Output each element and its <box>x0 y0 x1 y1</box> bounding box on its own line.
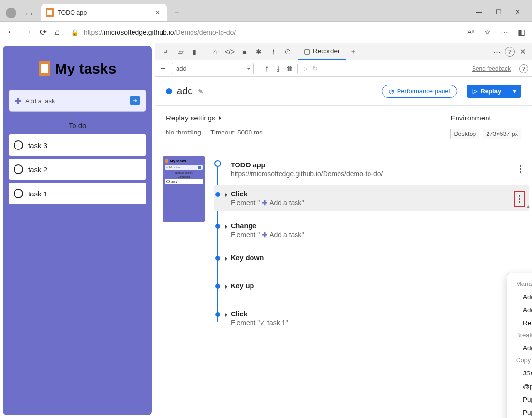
refresh-button[interactable]: ⟳ <box>40 27 47 38</box>
replay-settings-toggle[interactable]: Replay settings <box>166 114 263 122</box>
play-button[interactable]: ▷ <box>303 65 308 72</box>
camera-icon: ▢ <box>304 47 310 55</box>
recording-settings: Replay settings No throttling | Timeout:… <box>155 106 532 149</box>
export-button[interactable]: ⭳ <box>275 65 281 72</box>
sources-tab-icon[interactable]: ✱ <box>252 45 265 58</box>
browser-toolbar: ← → ⟳ ⌂ 🔒 https://microsoftedge.github.i… <box>0 22 532 43</box>
new-tab-button[interactable]: ＋ <box>170 5 184 20</box>
sidebar-toggle-icon[interactable]: ◧ <box>518 28 525 37</box>
clipboard-icon <box>46 8 54 17</box>
read-aloud-icon[interactable]: A⁾⁾ <box>467 29 474 36</box>
maximize-button[interactable]: ☐ <box>496 8 502 15</box>
menu-section-header: Breakpoints <box>507 329 532 342</box>
forward-button: → <box>23 27 32 37</box>
gauge-icon: ◔ <box>389 88 394 95</box>
step-click[interactable]: Click Element "✓ task 1" <box>214 305 529 331</box>
dock-icon[interactable]: ◧ <box>189 45 202 58</box>
throttling-value: No throttling <box>166 129 201 136</box>
recording-select[interactable]: add <box>172 63 254 74</box>
new-recording-button[interactable]: ＋ <box>159 63 167 74</box>
section-todo-label: To do <box>9 121 146 130</box>
step-button[interactable]: ↻ <box>312 65 318 72</box>
step-menu-button[interactable] <box>516 162 526 176</box>
help-icon[interactable]: ? <box>519 64 528 73</box>
more-tools-icon[interactable]: ⋯ <box>489 45 504 59</box>
env-device: Desktop <box>450 129 479 139</box>
replay-options-dropdown[interactable]: ▼ <box>507 85 521 98</box>
close-window-button[interactable]: ✕ <box>515 8 520 15</box>
submit-task-button[interactable]: ➔ <box>130 96 140 105</box>
step-keyup[interactable]: Key up <box>214 277 529 295</box>
lock-icon[interactable]: 🔒 <box>71 29 79 36</box>
task-checkbox[interactable] <box>14 140 23 150</box>
plus-icon: ✚ <box>15 96 21 105</box>
welcome-tab-icon[interactable]: ⌂ <box>209 45 222 58</box>
todo-app: My tasks ✚ Add a task ➔ To do task 3 tas… <box>3 46 152 415</box>
step-navigate[interactable]: TODO app https://microsoftedge.github.io… <box>214 156 529 182</box>
task-item[interactable]: task 3 <box>9 134 146 156</box>
close-tab-button[interactable]: ✕ <box>153 7 162 18</box>
step-context-menu: Manage steps Add step before Add step af… <box>507 273 532 418</box>
task-item[interactable]: task 1 <box>9 183 146 204</box>
step-change[interactable]: Change Element "✚Add a task" <box>214 217 529 243</box>
task-checkbox[interactable] <box>14 164 23 174</box>
network-tab-icon[interactable]: ⌇ <box>267 45 280 58</box>
step-click[interactable]: Click Element "✚Add a task" <box>214 185 529 211</box>
close-devtools-button[interactable]: ✕ <box>516 45 530 59</box>
step-keydown[interactable]: Key down <box>214 249 529 267</box>
elements-tab-icon[interactable]: </> <box>223 45 236 58</box>
menu-icon[interactable]: ⋯ <box>501 28 508 37</box>
page-viewport: My tasks ✚ Add a task ➔ To do task 3 tas… <box>0 43 155 418</box>
menu-copy-puppeteer-replay[interactable]: @puppeteer/replay <box>507 380 532 393</box>
add-tab-button[interactable]: ＋ <box>347 45 359 58</box>
add-task-input[interactable]: ✚ Add a task ➔ <box>9 90 146 112</box>
timeout-value: Timeout: 5000 ms <box>210 129 263 136</box>
devtools-panel: ◰ ▱ ◧ ⌂ </> ▣ ✱ ⌇ ⏲ ▢ Recorder ＋ ⋯ ? ✕ <box>155 43 532 418</box>
play-icon: ▷ <box>473 88 477 95</box>
step-thumbnail: My tasks Add a task No tasks defined Com… <box>163 156 205 331</box>
menu-copy-puppeteer[interactable]: Puppeteer <box>507 393 532 406</box>
menu-add-step-before[interactable]: Add step before <box>507 290 532 303</box>
console-tab-icon[interactable]: ▣ <box>238 45 251 58</box>
menu-remove-step[interactable]: Remove step <box>507 316 532 329</box>
clipboard-icon <box>39 61 50 76</box>
window-titlebar: ▭ TODO app ✕ ＋ — ☐ ✕ <box>0 0 532 22</box>
menu-section-header: Manage steps <box>507 278 532 290</box>
performance-tab-icon[interactable]: ⏲ <box>281 45 294 58</box>
task-checkbox[interactable] <box>14 189 23 198</box>
url-text: https://microsoftedge.github.io/Demos/de… <box>84 29 236 36</box>
step-menu-button[interactable] <box>514 191 526 207</box>
app-title: My tasks <box>9 60 146 77</box>
add-task-placeholder: Add a task <box>25 97 55 104</box>
recording-indicator-icon <box>166 88 172 94</box>
send-feedback-link[interactable]: Send feedback <box>472 65 511 72</box>
help-icon[interactable]: ? <box>505 47 515 57</box>
menu-copy-puppeteer-lh[interactable]: Puppeteer (including Lighthouse analysis… <box>507 406 532 418</box>
menu-section-header: Copy as <box>507 355 532 367</box>
address-bar[interactable]: 🔒 https://microsoftedge.github.io/Demos/… <box>68 29 459 36</box>
import-button[interactable]: ⭱ <box>264 65 270 72</box>
edit-name-button[interactable]: ✎ <box>198 88 204 95</box>
replay-button[interactable]: ▷Replay ▼ <box>467 85 521 98</box>
task-item[interactable]: task 2 <box>9 159 146 180</box>
browser-tab[interactable]: TODO app ✕ <box>41 4 167 21</box>
tab-recorder[interactable]: ▢ Recorder <box>298 43 346 60</box>
profile-avatar[interactable] <box>6 8 16 18</box>
menu-add-step-after[interactable]: Add step after <box>507 303 532 316</box>
recording-header: add ✎ ◔ Performance panel ▷Replay ▼ <box>155 77 532 106</box>
inspect-icon[interactable]: ◰ <box>160 45 173 58</box>
delete-button[interactable]: 🗑 <box>286 65 293 72</box>
collections-icon[interactable]: ▭ <box>25 9 32 18</box>
window-controls: — ☐ ✕ <box>476 8 532 21</box>
menu-add-breakpoint[interactable]: Add breakpoint <box>507 342 532 355</box>
tab-title: TODO app <box>58 9 149 16</box>
home-button[interactable]: ⌂ <box>55 27 60 37</box>
back-button[interactable]: ← <box>7 27 15 37</box>
favorite-icon[interactable]: ☆ <box>484 28 491 37</box>
menu-copy-json[interactable]: JSON <box>507 367 532 380</box>
recording-timeline: My tasks Add a task No tasks defined Com… <box>155 149 532 418</box>
performance-panel-button[interactable]: ◔ Performance panel <box>382 85 458 98</box>
minimize-button[interactable]: — <box>476 8 482 15</box>
chevron-right-icon <box>219 116 223 120</box>
device-toggle-icon[interactable]: ▱ <box>175 45 187 58</box>
